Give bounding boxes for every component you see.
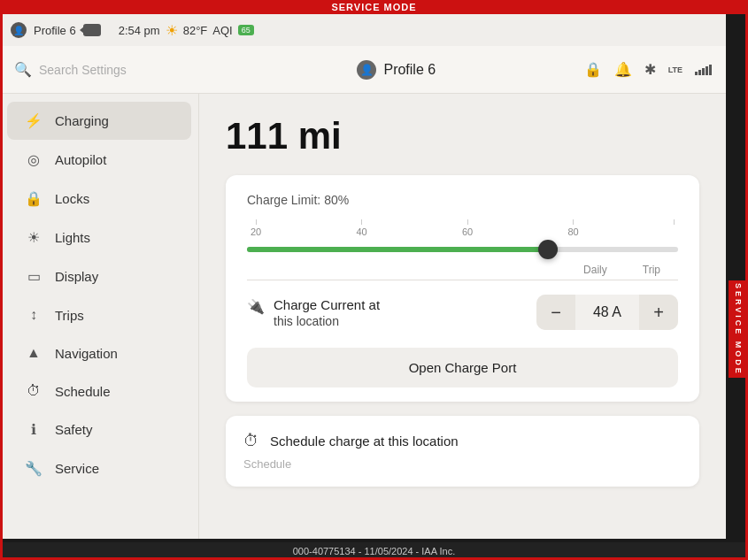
tick-mark-20 [256,219,257,225]
top-status-bar: 👤 Profile 6 2:54 pm ☀ 82°F AQI 65 [0,14,726,46]
charge-current-left: 🔌 Charge Current at this location [247,296,536,328]
service-mode-top-bar: SERVICE MODE [0,0,748,14]
tick-mark-80 [573,219,574,225]
sidebar: ⚡ Charging ◎ Autopilot 🔒 Locks ☀ Lights … [0,94,199,539]
schedule-sub: Schedule [243,457,682,471]
sidebar-item-lights[interactable]: ☀ Lights [7,219,191,257]
sidebar-trips-label: Trips [55,308,84,323]
top-profile-name: Profile 6 [34,24,76,37]
aqi-label: AQI [212,24,232,37]
plug-icon: 🔌 [247,298,265,315]
tick-mark-100 [674,219,675,225]
mileage-display: 111 mi [226,115,699,157]
schedule-section: ⏱ Schedule charge at this location Sched… [226,416,699,487]
sidebar-lights-label: Lights [55,230,90,245]
sidebar-charging-label: Charging [55,113,109,128]
sidebar-item-navigation[interactable]: ▲ Navigation [7,334,191,372]
bluetooth-icon[interactable]: ✱ [644,61,656,78]
charge-limit-card: Charge Limit: 80% 20 40 60 80 [226,175,699,402]
locks-icon: 🔒 [25,190,42,207]
signal-bar-3 [702,68,705,75]
tick-label-60: 60 [462,226,473,237]
autopilot-icon: ◎ [25,151,42,168]
sidebar-schedule-label: Schedule [55,384,111,399]
lights-icon: ☀ [25,229,42,246]
charge-stepper-value: 48 A [575,304,639,320]
tick-60: 60 [462,219,473,237]
tick-80: 80 [568,219,579,237]
signal-bars [695,65,712,75]
lock-icon[interactable]: 🔒 [584,61,602,78]
temperature-display: 82°F [183,24,208,37]
increase-charge-button[interactable]: + [639,295,678,330]
top-profile-icon: 👤 [11,22,27,38]
sidebar-item-display[interactable]: ▭ Display [7,257,191,295]
search-placeholder: Search Settings [39,63,127,77]
watermark-text: 000-40775134 - 11/05/2024 - IAA Inc. [293,546,455,556]
display-icon: ▭ [25,268,42,285]
camera-icon [83,24,101,36]
header-profile-icon: 👤 [357,60,376,80]
charge-current-sub: this location [274,314,380,328]
charge-limit-label: Charge Limit: 80% [247,193,678,207]
schedule-icon: ⏱ [25,383,42,399]
sidebar-display-label: Display [55,269,98,284]
sidebar-item-trips[interactable]: ↕ Trips [7,296,191,334]
safety-icon: ℹ [25,421,42,438]
sidebar-item-autopilot[interactable]: ◎ Autopilot [7,141,191,179]
navigation-icon: ▲ [25,345,42,361]
sidebar-autopilot-label: Autopilot [55,152,106,167]
sidebar-navigation-label: Navigation [55,346,118,361]
sidebar-service-label: Service [55,461,99,476]
sidebar-safety-label: Safety [55,422,93,437]
open-charge-port-button[interactable]: Open Charge Port [247,348,678,387]
main-header: 🔍 Search Settings 👤 Profile 6 🔒 🔔 ✱ LTE [0,46,726,94]
sidebar-item-locks[interactable]: 🔒 Locks [7,180,191,218]
tick-mark-60 [467,219,468,225]
slider-labels: Daily Trip [247,264,678,276]
aqi-badge: 65 [238,25,254,35]
status-left: 👤 Profile 6 [11,22,101,38]
decrease-charge-button[interactable]: − [536,295,575,330]
tick-label-40: 40 [357,226,367,237]
status-center: 2:54 pm ☀ 82°F AQI 65 [119,22,254,39]
slider-thumb[interactable] [538,240,558,259]
daily-label: Daily [583,264,607,276]
sidebar-item-schedule[interactable]: ⏱ Schedule [7,372,191,410]
lte-label: LTE [668,65,682,74]
bell-icon[interactable]: 🔔 [614,61,632,78]
search-icon: 🔍 [14,61,32,78]
content-area: 111 mi Charge Limit: 80% 20 40 60 [199,94,726,539]
schedule-clock-icon: ⏱ [243,432,259,450]
charge-slider[interactable] [247,241,678,258]
schedule-row: ⏱ Schedule charge at this location [243,432,682,450]
tick-label-20: 20 [251,226,261,237]
search-area[interactable]: 🔍 Search Settings [14,61,209,78]
main-layout: ⚡ Charging ◎ Autopilot 🔒 Locks ☀ Lights … [0,94,726,539]
service-mode-right-label: SERVICE MODE [734,283,743,376]
service-mode-top-label: SERVICE MODE [331,2,416,12]
charge-current-row: 🔌 Charge Current at this location − 48 A… [247,284,678,341]
charge-current-info: Charge Current at this location [274,296,380,328]
trip-label: Trip [643,264,660,276]
service-mode-right-bar: SERVICE MODE [729,280,748,379]
sun-icon: ☀ [166,22,178,39]
header-center: 👤 Profile 6 [209,60,584,80]
sidebar-item-charging[interactable]: ⚡ Charging [7,102,191,140]
signal-bar-2 [698,70,701,75]
bottom-watermark-bar: 000-40775134 - 11/05/2024 - IAA Inc. [0,542,748,560]
sidebar-locks-label: Locks [55,191,89,206]
slider-track [247,247,678,252]
tick-mark-40 [361,219,362,225]
signal-bar-4 [706,66,708,75]
sidebar-item-service[interactable]: 🔧 Service [7,449,191,487]
tick-label-80: 80 [568,226,579,237]
header-icons: 🔒 🔔 ✱ LTE [584,61,712,78]
header-profile-name: Profile 6 [383,62,436,78]
charge-current-title: Charge Current at [274,296,380,314]
sidebar-item-safety[interactable]: ℹ Safety [7,410,191,449]
signal-bar-5 [709,65,712,75]
slider-fill [247,247,558,252]
tick-40: 40 [357,219,367,237]
slider-ticks: 20 40 60 80 [247,219,678,237]
